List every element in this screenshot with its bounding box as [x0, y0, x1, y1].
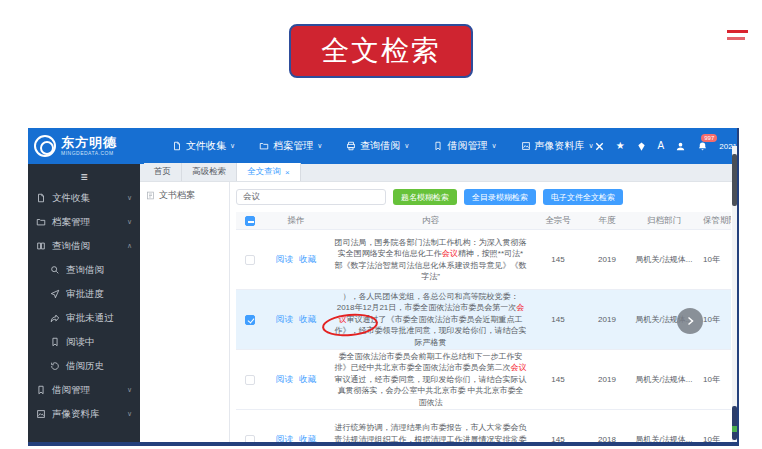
department-cell: 局机关/法规体...: [631, 350, 697, 409]
read-link[interactable]: 阅读: [276, 254, 293, 266]
favorite-link[interactable]: 收藏: [299, 374, 316, 386]
read-link[interactable]: 阅读: [276, 434, 293, 443]
column-header-year: 年度: [583, 212, 631, 229]
favorite-link[interactable]: 收藏: [299, 314, 316, 326]
efile-fulltext-search-button[interactable]: 电子文件全文检索: [543, 189, 623, 205]
title-fuzzy-search-button[interactable]: 题名模糊检索: [393, 189, 457, 205]
tree-node-label: 文书档案: [159, 189, 195, 202]
chevron-down-icon: ∨: [127, 218, 132, 226]
read-link[interactable]: 阅读: [276, 314, 293, 326]
fullscreen-icon[interactable]: [594, 141, 605, 152]
column-header-department: 归档部门: [631, 212, 697, 229]
year-cell: 2018: [583, 410, 631, 442]
sidebar-item-media-library[interactable]: 声像资料库 ∨: [28, 402, 140, 426]
hamburger-icon[interactable]: ≡: [28, 168, 140, 186]
history-icon: [50, 361, 60, 371]
folder-icon: [259, 141, 269, 151]
content-text: 进行统筹协调，清理结果向市委报告，市人大常委会负责法规清理组织工作，根据清理工作…: [334, 422, 527, 442]
fonds-no-cell: 145: [533, 230, 583, 289]
archive-tree-panel: 文书档案: [140, 182, 230, 442]
retention-cell: 10年: [697, 350, 731, 409]
scrollbar-thumb[interactable]: [732, 154, 737, 206]
user-icon[interactable]: [675, 141, 686, 152]
document-icon: [172, 141, 182, 151]
retention-cell: 10年: [697, 410, 731, 442]
sidebar-subitem-reading[interactable]: 阅读中: [28, 330, 140, 354]
red-menu-icon[interactable]: [724, 30, 748, 42]
sidebar-subitem-borrow-history[interactable]: 借阅历史: [28, 354, 140, 378]
row-checkbox[interactable]: [245, 375, 255, 385]
next-page-button[interactable]: [677, 308, 703, 334]
notification-badge: 997: [701, 134, 717, 142]
close-icon[interactable]: ×: [285, 168, 290, 177]
catalog-fuzzy-search-button[interactable]: 全目录模糊检索: [464, 189, 536, 205]
image-file-icon: [521, 141, 531, 151]
bell-icon[interactable]: 997: [697, 141, 708, 152]
chevron-down-icon: ∨: [127, 386, 132, 394]
sidebar-subitem-approval-rejected[interactable]: 审批未通过: [28, 306, 140, 330]
read-link[interactable]: 阅读: [276, 374, 293, 386]
document-icon: [146, 191, 155, 200]
folder-icon: [36, 217, 46, 227]
chevron-down-icon: ∨: [317, 142, 322, 150]
favorite-link[interactable]: 收藏: [299, 254, 316, 266]
nav-item-query-borrow[interactable]: 查询借阅 ∨: [346, 139, 409, 153]
gem-icon[interactable]: [636, 141, 647, 152]
nav-item-file-collection[interactable]: 文件收集 ∨: [172, 139, 235, 153]
chevron-down-icon: ∨: [230, 142, 235, 150]
send-icon: [50, 289, 60, 299]
tab-fulltext-query[interactable]: 全文查询 ×: [237, 163, 301, 181]
row-checkbox[interactable]: [245, 315, 255, 325]
tree-node-document-archive[interactable]: 文书档案: [146, 189, 223, 202]
logo[interactable]: 东方明德 MINGDEDATA.COM: [34, 135, 172, 157]
red-line: [727, 37, 745, 40]
search-icon: [50, 265, 60, 275]
star-icon[interactable]: ★: [616, 141, 625, 151]
chevron-up-icon: ∧: [127, 242, 132, 250]
sidebar-item-label: 审批未通过: [66, 312, 114, 325]
sidebar-subitem-approval-progress[interactable]: 审批进度: [28, 282, 140, 306]
full-text-search-banner: 全文检索: [289, 24, 473, 78]
share-arrow-icon: [50, 313, 60, 323]
sidebar-item-file-collection[interactable]: 文件收集 ∨: [28, 186, 140, 210]
vertical-scrollbar[interactable]: [732, 146, 737, 442]
image-file-icon: [36, 409, 46, 419]
top-navbar: 东方明德 MINGDEDATA.COM 文件收集 ∨ 档案管理 ∨ 查询借阅 ∨: [28, 128, 737, 164]
search-input[interactable]: [236, 189, 386, 205]
scrollbar-thumb-bottom: [732, 406, 737, 440]
nav-item-archive-management[interactable]: 档案管理 ∨: [259, 139, 322, 153]
sidebar: ≡ 文件收集 ∨ 档案管理 ∨ 查询借阅 ∧ 查询借阅: [28, 164, 140, 442]
sidebar-item-archive-management[interactable]: 档案管理 ∨: [28, 210, 140, 234]
nav-item-label: 档案管理: [273, 139, 313, 153]
nav-item-label: 文件收集: [186, 139, 226, 153]
content-text: 委全面依法治市委员会前期工作总结和下一步工作安排》已经中共北京市委全面依法治市委…: [334, 351, 527, 409]
tab-home[interactable]: 首页: [144, 163, 182, 181]
row-checkbox[interactable]: [245, 255, 255, 265]
sidebar-item-label: 借阅管理: [52, 384, 90, 397]
sidebar-subitem-query-borrow[interactable]: 查询借阅: [28, 258, 140, 282]
fonds-no-cell: 145: [533, 410, 583, 442]
sidebar-item-label: 借阅历史: [66, 360, 104, 373]
sidebar-item-label: 阅读中: [66, 336, 95, 349]
bookmark-icon: [433, 141, 443, 151]
select-all-checkbox[interactable]: [245, 216, 255, 226]
content-text: ），各人民团体党组，各总公司和高等院校党委：2018年12月21日，市委全面依法…: [334, 291, 527, 349]
font-size-icon[interactable]: A: [658, 141, 665, 151]
tab-label: 全文查询: [247, 166, 281, 178]
bookmark-icon: [36, 385, 46, 395]
nav-item-borrow-management[interactable]: 借阅管理 ∨: [433, 139, 496, 153]
retention-cell: 10年: [697, 230, 731, 289]
nav-item-media-library[interactable]: 声像资料库 ∨: [521, 139, 594, 153]
row-checkbox[interactable]: [245, 435, 255, 443]
tab-advanced-search[interactable]: 高级检索: [182, 163, 237, 181]
red-line: [727, 30, 748, 33]
table-row-selected: 阅读 收藏 ），各人民团体党组，各总公司和高等院校党委：2018年12月21日，…: [236, 290, 731, 350]
logo-subtitle: MINGDEDATA.COM: [61, 151, 117, 156]
chevron-down-icon: ∨: [127, 410, 132, 418]
table-row: 阅读 收藏 团司法局，国务院各部门法制工作机构：为深入贯彻落实全国网络安全和信息…: [236, 230, 731, 290]
column-header-operation: 操作: [264, 212, 328, 229]
sidebar-item-query-borrow[interactable]: 查询借阅 ∧: [28, 234, 140, 258]
sidebar-item-borrow-management[interactable]: 借阅管理 ∨: [28, 378, 140, 402]
year-cell: 2019: [583, 290, 631, 349]
favorite-link[interactable]: 收藏: [299, 434, 316, 443]
